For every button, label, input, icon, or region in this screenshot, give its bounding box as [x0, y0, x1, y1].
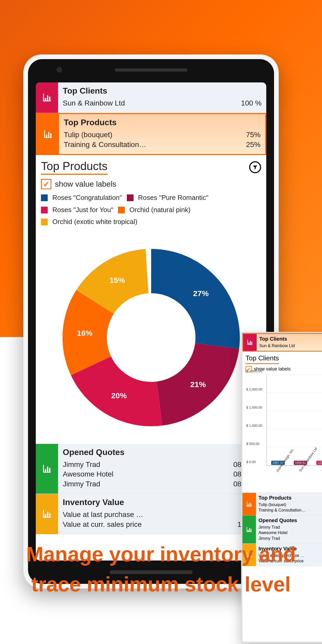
checkbox-show-labels[interactable]: ✓ — [41, 179, 51, 189]
bar-chart-icon — [243, 334, 257, 351]
bar-value-label: 1203.86 — [316, 461, 322, 465]
bar-chart-icon — [36, 444, 58, 494]
bar-chart: $ 0.00 $ 500.00 $ 1,000.00 $ 1,500.00 $ … — [246, 375, 322, 476]
card-title: Opened Quotes — [258, 517, 322, 523]
quote-name: Jimmy Trad — [63, 460, 100, 470]
y-tick: $ 1,000.00 — [246, 423, 262, 427]
quote-name: Awesome Hotel — [63, 469, 114, 479]
quote-name: Jimmy Trad — [63, 479, 100, 489]
phone-screen: Top Clients Sun & Rainbow Ltd100 % Top P… — [36, 82, 266, 561]
card-title: Inventory Value — [63, 498, 262, 507]
client-value: 100 % — [241, 98, 262, 108]
phone-frame: Top Clients Sun & Rainbow Ltd100 % Top P… — [23, 54, 279, 589]
card-opened-quotes[interactable]: Opened Quotes Jimmy Trad08/15/20 Awesome… — [36, 444, 266, 494]
inv-label: Value at last purchase … — [63, 510, 143, 520]
quote-name: Jimmy Trad — [258, 524, 280, 530]
card-title: Top Products — [64, 118, 261, 127]
section-title: Top Products — [41, 160, 108, 175]
checkbox-label: show value labels — [55, 180, 116, 188]
inv-label: Value at curr. sales price — [63, 520, 142, 529]
donut-value-label: 21% — [190, 380, 206, 389]
product-value: 25% — [246, 140, 261, 150]
product-value: 75% — [246, 130, 261, 140]
filter-icon — [252, 164, 258, 170]
card-title: Top Products — [258, 495, 322, 501]
card-title: Top Clients — [63, 86, 262, 96]
legend-item: Roses "Congratulation" — [41, 192, 122, 203]
card-top-products[interactable]: Top Products Tulip (bouquet)75% Training… — [242, 493, 322, 515]
phone-speaker — [115, 68, 187, 72]
product-name: Training & Consultation… — [258, 507, 306, 513]
client-name: Sun & Rainbow Ltd — [259, 343, 295, 349]
client-name: Sun & Rainbow Ltd — [63, 98, 125, 108]
quote-name: Awesome Hotel — [258, 530, 288, 536]
product-name: Tulip (bouquet) — [64, 130, 112, 140]
donut-value-label: 15% — [109, 276, 125, 285]
card-inventory-value[interactable]: Inventory Value Value at last purchase …… — [36, 494, 266, 534]
y-tick: $ 500.00 — [246, 442, 260, 445]
donut-value-label: 20% — [111, 391, 127, 400]
marketing-tagline: Manage your inventory and trace minimum … — [0, 539, 322, 599]
chart-legend: Roses "Congratulation"Roses "Pure Romant… — [36, 192, 266, 228]
legend-item: Roses "Just for You" — [41, 205, 113, 215]
donut-slice[interactable] — [151, 249, 240, 349]
phone-camera — [57, 67, 62, 73]
card-title: Opened Quotes — [63, 447, 262, 457]
legend-item: Roses "Pure Romantic" — [127, 192, 208, 203]
card-top-products[interactable]: Top Products Tulip (bouquet)75% Training… — [36, 113, 266, 155]
y-tick: $ 1,500.00 — [246, 405, 262, 409]
y-tick: $ 2,500.00 — [246, 369, 262, 373]
y-tick: $ 0.00 — [246, 460, 256, 464]
card-top-clients[interactable]: Top Clients Sun & Rainbow Ltd100 % — [36, 82, 266, 113]
card-title: Top Clients — [259, 336, 322, 342]
bar-chart-icon — [37, 114, 59, 154]
section-title: Top Clients — [246, 354, 279, 364]
donut-chart: 27%21%20%16%15% — [53, 239, 250, 436]
filter-button[interactable] — [249, 161, 261, 173]
section-header: Top Clients — [242, 352, 322, 365]
y-tick: $ 2,000.00 — [246, 387, 262, 391]
section-header: Top Products — [36, 155, 266, 177]
product-name: Tulip (bouquet) — [258, 502, 286, 508]
card-top-clients[interactable]: Top Clients Sun & Rainbow Ltd100 % — [242, 333, 322, 352]
legend-item: Orchid (natural pink) — [118, 205, 191, 215]
bar-chart-icon — [36, 82, 58, 113]
bar-chart-icon — [242, 493, 256, 515]
product-name: Training & Consultation… — [64, 140, 146, 150]
donut-value-label: 16% — [77, 329, 92, 338]
donut-value-label: 27% — [193, 289, 209, 298]
bar-chart-icon — [36, 494, 58, 534]
legend-item: Orchid (exotic white tropical) — [41, 216, 137, 227]
